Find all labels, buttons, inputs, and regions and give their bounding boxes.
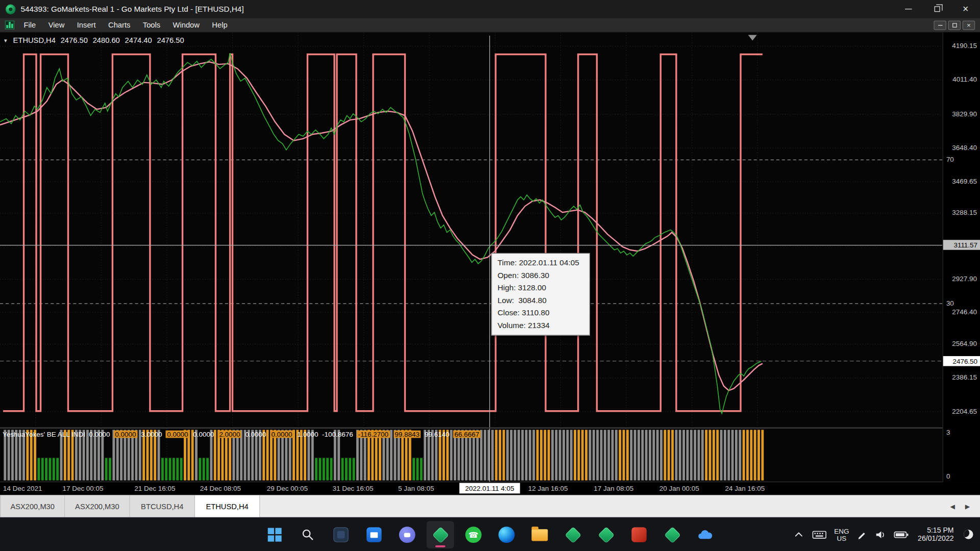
indicator-value: 3.0000	[141, 431, 162, 438]
price-axis-label: 2927.90	[952, 275, 977, 283]
teams-chat-button[interactable]	[394, 521, 421, 548]
crosshair-vertical-line	[489, 36, 490, 483]
child-restore-button[interactable]	[948, 20, 961, 30]
whatsapp-icon: ☎	[465, 527, 482, 543]
volume-indicator[interactable]	[873, 522, 889, 547]
menu-help[interactable]: Help	[206, 18, 234, 32]
time-axis[interactable]: 14 Dec 202117 Dec 00:0521 Dec 16:0524 De…	[0, 482, 980, 494]
phone-glyph: ☎	[469, 530, 479, 539]
tab-asx200-m30[interactable]: ASX200,M30	[0, 495, 65, 517]
indicator-splitter[interactable]	[0, 428, 980, 429]
touch-keyboard-button[interactable]	[809, 522, 829, 547]
restore-button[interactable]	[922, 0, 951, 18]
child-minimize-button[interactable]	[934, 20, 946, 30]
metatrader-icon	[598, 527, 615, 543]
whatsapp-button[interactable]: ☎	[460, 521, 487, 548]
clock[interactable]: 5:15 PM 26/01/2022	[914, 522, 958, 547]
tooltip-high: High: 3128.00	[498, 282, 584, 294]
task-view-button[interactable]	[327, 521, 355, 548]
notification-center-button[interactable]	[960, 522, 976, 547]
taskbar-center: ☎	[261, 521, 719, 548]
ohlc-close: 2476.50	[157, 36, 184, 45]
menu-charts[interactable]: Charts	[102, 18, 137, 32]
time-axis-label: 24 Jan 16:05	[725, 485, 765, 492]
onedrive-cloud-icon	[697, 529, 714, 541]
chevron-up-icon	[794, 530, 804, 539]
expand-arrow-icon[interactable]: ▼	[3, 38, 8, 43]
crosshair-time-tag: 2022.01.11 4:05	[459, 483, 520, 494]
price-axis-label: 2746.40	[952, 308, 977, 316]
time-axis-label: 24 Dec 08:05	[200, 485, 241, 492]
system-tray: ENG US 5	[790, 518, 976, 551]
indicator-value: -100.8676	[322, 431, 353, 438]
battery-indicator[interactable]	[892, 522, 912, 547]
metatrader-taskbar-button-3[interactable]	[592, 521, 620, 548]
price-axis[interactable]: 3111.57 2476.50 4190.154011.403829.90364…	[943, 33, 980, 483]
onedrive-button[interactable]	[692, 521, 719, 548]
language-indicator[interactable]: ENG US	[831, 522, 851, 547]
office-button[interactable]	[625, 521, 653, 548]
chart-title-ohlc: ▼ ETHUSD,H4 2476.50 2480.60 2474.40 2476…	[3, 36, 184, 45]
file-explorer-button[interactable]	[526, 521, 553, 548]
price-axis-label: 3	[946, 429, 950, 436]
price-axis-label: 3829.90	[952, 110, 977, 118]
taskbar: ☎	[0, 517, 980, 551]
edge-button[interactable]	[493, 521, 521, 548]
chart-shift-marker-icon[interactable]	[748, 35, 757, 41]
crosshair-price-tag: 3111.57	[943, 240, 980, 250]
indicator-values: 0.00000.00003.00000.00000.00002.00000.00…	[89, 431, 484, 438]
price-axis-label: 4011.40	[952, 76, 977, 83]
price-axis-label: 30	[946, 299, 954, 307]
symbol-period-label: ETHUSD,H4	[13, 36, 56, 45]
tray-expand-button[interactable]	[790, 522, 806, 547]
close-button[interactable]: ×	[951, 0, 980, 18]
metatrader-taskbar-button-2[interactable]	[559, 521, 586, 548]
data-window-tooltip: Time: 2022.01.11 04:05 Open: 3086.30 Hig…	[491, 253, 590, 336]
metatrader-taskbar-button-4[interactable]	[658, 521, 686, 548]
store-button[interactable]	[360, 521, 388, 548]
tabs-scroll-left-icon[interactable]: ◀	[947, 502, 958, 512]
pen-indicator[interactable]	[854, 522, 870, 547]
start-button[interactable]	[261, 521, 288, 548]
indicator-label: YeshuaYokes' BE ALL INDI0.00000.00003.00…	[3, 431, 484, 438]
tab-btcusd-h4[interactable]: BTCUSD,H4	[130, 495, 195, 517]
chart-area: ▼ ETHUSD,H4 2476.50 2480.60 2474.40 2476…	[0, 33, 980, 495]
title-bar: 544393: GoMarkets-Real 1 - Go Markets Pt…	[0, 0, 980, 18]
time-axis-label: 31 Dec 16:05	[332, 485, 373, 492]
tray-date: 26/01/2022	[918, 535, 953, 543]
chart-window-icon[interactable]	[5, 20, 14, 29]
menu-insert[interactable]: Insert	[71, 18, 102, 32]
chart-canvas[interactable]	[0, 33, 943, 428]
indicator-value: 99.8843	[394, 431, 421, 438]
tab-ethusd-h4[interactable]: ETHUSD,H4	[195, 495, 260, 517]
child-window-controls: ×	[934, 20, 975, 30]
metatrader-icon	[565, 527, 581, 543]
tab-asx200-m30[interactable]: ASX200,M30	[65, 495, 130, 517]
indicator-value: 0.0000	[114, 431, 137, 438]
price-axis-label: 4190.15	[952, 42, 977, 49]
menu-items: FileViewInsertChartsToolsWindowHelp	[17, 18, 234, 32]
menu-file[interactable]: File	[17, 18, 42, 32]
focus-assist-moon-icon	[964, 530, 973, 539]
restore-icon	[934, 6, 940, 12]
menu-window[interactable]: Window	[166, 18, 206, 32]
search-button[interactable]	[294, 521, 322, 548]
window-title: 544393: GoMarkets-Real 1 - Go Markets Pt…	[20, 5, 243, 13]
tooltip-low: Low: 3084.80	[498, 294, 584, 307]
minimize-button[interactable]	[894, 0, 922, 18]
price-axis-label: 3648.40	[952, 144, 977, 152]
metatrader-icon	[664, 527, 680, 543]
tooltip-close: Close: 3110.80	[498, 307, 584, 319]
price-axis-label: 3288.15	[952, 209, 977, 216]
menu-tools[interactable]: Tools	[137, 18, 167, 32]
child-close-button[interactable]: ×	[963, 20, 975, 30]
metatrader-taskbar-button-active[interactable]	[427, 521, 454, 548]
metatrader-icon	[432, 527, 449, 543]
ohlc-low: 2474.40	[125, 36, 152, 45]
search-icon	[301, 528, 315, 542]
pen-icon	[856, 529, 868, 540]
window-controls: ×	[894, 0, 980, 18]
menu-view[interactable]: View	[42, 18, 70, 32]
time-axis-label: 29 Dec 00:05	[267, 485, 308, 492]
tabs-scroll-right-icon[interactable]: ▶	[963, 502, 973, 512]
